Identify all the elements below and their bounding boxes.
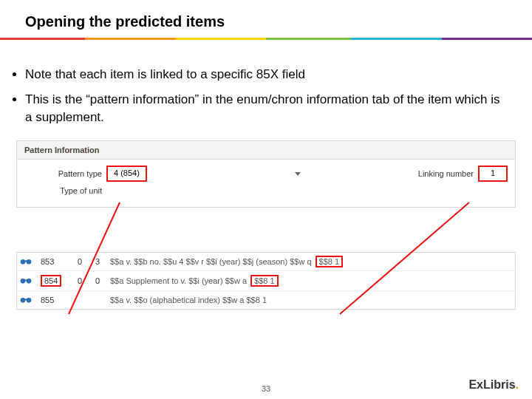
bullet-2: This is the “pattern information” in the… [25,91,507,126]
binoculars-icon[interactable] [20,295,33,305]
pattern-info-panel: Pattern Information Pattern type 4 (854)… [16,140,516,208]
pattern-type-label: Pattern type [24,169,106,178]
table-row: 85303$$a v. $$b no. $$u 4 $$v r $$i (yea… [17,253,515,271]
type-of-unit-label: Type of unit [24,186,106,195]
marc-subfields: $$a v. $$b no. $$u 4 $$v r $$i (year) $$… [110,257,512,266]
row-pattern-type: Pattern type 4 (854) Linking number 1 [24,166,508,182]
marc-ind1: 0 [75,276,85,285]
panel-header: Pattern Information [16,140,516,159]
svg-rect-2 [24,261,27,262]
marc-ind2: 0 [92,276,103,285]
panel-body: Pattern type 4 (854) Linking number 1 Ty… [16,159,516,208]
type-of-unit-value [106,189,112,192]
marc-ind2: 3 [92,257,103,266]
svg-rect-5 [24,280,27,282]
brand-logo: ExLibris. [468,378,519,392]
chevron-down-icon[interactable] [295,172,301,176]
linking-number-label: Linking number [418,169,478,178]
marc-table: 85303$$a v. $$b no. $$u 4 $$v r $$i (yea… [16,252,516,310]
bullet-list: Note that each item is linked to a speci… [0,52,532,126]
pattern-type-value[interactable]: 4 (854) [106,166,147,182]
brand-dot-icon: . [516,378,519,391]
marc-subfields: $$a Supplement to v. $$i (year) $$w a $$… [110,276,512,285]
page-number: 33 [0,384,532,393]
marc-subfields: $$a v. $$o (alphabetical index) $$w a $$… [110,296,512,304]
bullet-1: Note that each item is linked to a speci… [25,66,507,83]
binoculars-icon[interactable] [20,276,33,286]
row-type-of-unit: Type of unit [24,186,508,195]
marc-tag: 855 [41,296,67,304]
binoculars-icon[interactable] [20,256,33,267]
divider-rainbow [0,38,532,40]
linking-highlight: $$8 1 [250,275,279,287]
marc-tag: 853 [41,257,67,266]
linking-highlight: $$8 1 [316,256,344,267]
table-row: 85400$$a Supplement to v. $$i (year) $$w… [17,271,515,291]
svg-rect-8 [24,299,27,301]
linking-number-value[interactable]: 1 [478,166,508,182]
brand-name: ExLibris [468,378,515,391]
page-title: Opening the predicted items [0,0,532,38]
table-row: 855$$a v. $$o (alphabetical index) $$w a… [17,291,515,309]
marc-ind1: 0 [75,257,85,266]
marc-tag: 854 [41,275,67,287]
